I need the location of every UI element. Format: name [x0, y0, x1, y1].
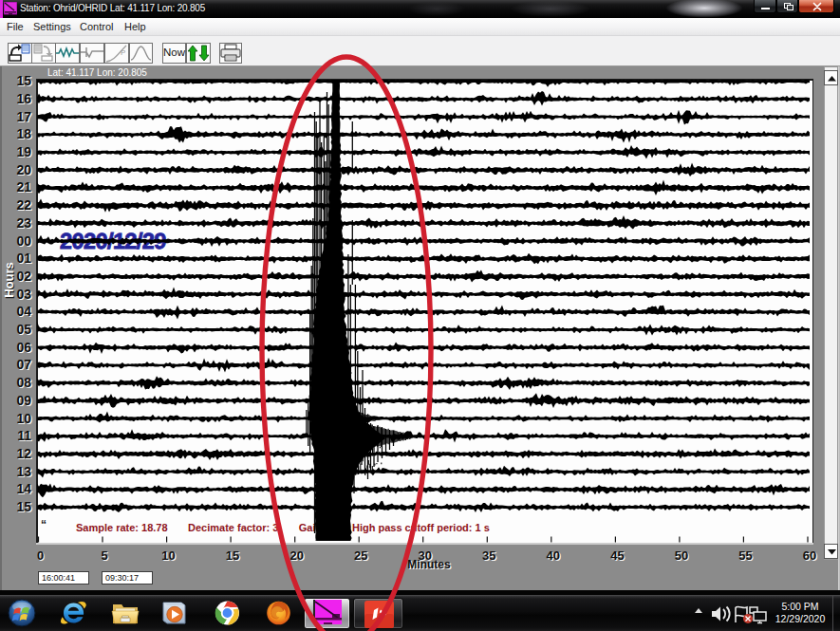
svg-text:P: P [121, 48, 125, 57]
